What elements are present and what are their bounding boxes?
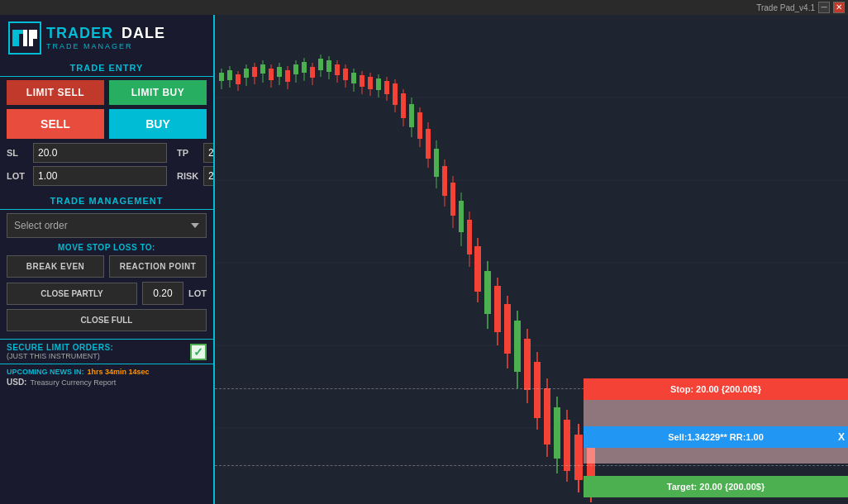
window-controls: ─ ✕ (818, 2, 845, 13)
svg-rect-23 (269, 69, 274, 80)
svg-rect-69 (459, 201, 464, 232)
secure-sub-label: (JUST THIS INSTRUMENT) (7, 352, 187, 360)
svg-rect-35 (318, 59, 323, 70)
upcoming-label: UPCOMING NEWS IN: (7, 368, 84, 376)
svg-rect-29 (293, 64, 298, 74)
lot-risk-row: LOT RISK ▲ ▼ % (7, 166, 207, 186)
svg-rect-11 (219, 73, 224, 81)
risk-input[interactable] (203, 166, 215, 186)
svg-rect-3 (29, 30, 33, 46)
target-level-text: Target: 20.00 {200.00$} (667, 482, 765, 492)
move-stop-label: MOVE STOP LOSS TO: (7, 243, 207, 252)
svg-rect-17 (244, 69, 249, 78)
title-bar: Trade Pad_v4.1 ─ ✕ (0, 0, 848, 15)
news-report-row: USD: Treasury Currency Report (7, 378, 207, 387)
main-content: TRADERTRADERDALEDALE TRADE MANAGER TRADE… (0, 15, 848, 504)
tp-input[interactable] (203, 143, 215, 163)
svg-rect-57 (409, 104, 414, 127)
trade-mgmt-section: Select order MOVE STOP LOSS TO: BREAK EV… (0, 209, 213, 339)
svg-rect-4 (33, 30, 37, 39)
news-currency-label: USD: (7, 378, 26, 387)
brand-name: TRADERTRADERDALEDALE (46, 26, 165, 42)
lot-label: LOT (7, 171, 30, 181)
svg-rect-87 (544, 388, 550, 445)
svg-rect-55 (401, 93, 406, 118)
stop-level-text: Stop: 20.00 {200.00$} (670, 384, 761, 394)
break-even-row: BREAK EVEN REACTION POINT (7, 255, 207, 278)
svg-rect-91 (564, 420, 570, 471)
svg-rect-21 (260, 64, 265, 74)
trade-mgmt-header: TRADE MANAGEMENT (0, 193, 213, 209)
close-full-button[interactable]: CLOSE FULL (7, 309, 207, 331)
svg-rect-53 (393, 83, 398, 105)
svg-rect-43 (351, 73, 356, 83)
svg-rect-2 (23, 30, 27, 46)
logo-area: TRADERTRADERDALEDALE TRADE MANAGER (0, 15, 213, 59)
svg-rect-33 (310, 67, 315, 78)
news-countdown: 1hrs 34min 14sec (88, 368, 150, 376)
sell-level: Sell:1.34229** RR:1.00 X (584, 426, 848, 448)
svg-rect-45 (360, 75, 364, 87)
svg-rect-73 (474, 246, 481, 292)
svg-rect-41 (343, 69, 348, 80)
svg-rect-15 (236, 74, 241, 84)
close-partly-row: CLOSE PARTLY LOT (7, 282, 207, 305)
limit-sell-button[interactable]: LIMIT SELL (7, 80, 104, 105)
sell-level-text: Sell:1.34229** RR:1.00 (668, 432, 764, 442)
svg-rect-51 (384, 81, 389, 94)
target-dashed-line (215, 465, 848, 466)
trade-entry-header: TRADE ENTRY (0, 59, 213, 76)
trade-entry-section: LIMIT SELL LIMIT BUY SELL BUY SL TP LOT … (0, 76, 213, 193)
close-button[interactable]: ✕ (833, 2, 845, 13)
sell-level-close[interactable]: X (838, 431, 845, 443)
minimize-button[interactable]: ─ (818, 2, 830, 13)
secure-orders-checkbox[interactable] (190, 344, 207, 360)
tp-label: TP (177, 148, 200, 158)
svg-rect-31 (302, 62, 307, 73)
svg-rect-71 (467, 220, 472, 254)
svg-rect-77 (494, 286, 501, 332)
lot-sm-label: LOT (188, 288, 207, 298)
break-even-button[interactable]: BREAK EVEN (7, 255, 104, 278)
limit-buttons-row: LIMIT SELL LIMIT BUY (7, 80, 207, 105)
chart-area: Stop: 20.00 {200.00$} Sell:1.34229** RR:… (215, 15, 848, 504)
svg-rect-83 (524, 339, 531, 390)
news-area: UPCOMING NEWS IN: 1hrs 34min 14sec USD: … (0, 364, 213, 392)
sl-tp-row: SL TP (7, 143, 207, 163)
svg-rect-61 (426, 129, 431, 159)
svg-rect-47 (368, 77, 373, 89)
secure-main-label: SECURE LIMIT ORDERS: (7, 343, 187, 352)
close-partly-button[interactable]: CLOSE PARTLY (7, 283, 137, 305)
stop-level: Stop: 20.00 {200.00$} (584, 378, 848, 400)
lot-input[interactable] (33, 166, 167, 186)
svg-rect-27 (285, 70, 290, 82)
logo-text: TRADERTRADERDALEDALE TRADE MANAGER (46, 26, 165, 50)
svg-rect-85 (534, 362, 541, 418)
reaction-point-button[interactable]: REACTION POINT (109, 255, 207, 278)
svg-rect-89 (554, 407, 560, 459)
sell-button[interactable]: SELL (7, 109, 104, 139)
select-order-dropdown[interactable]: Select order (7, 213, 207, 238)
limit-buy-button[interactable]: LIMIT BUY (109, 80, 207, 105)
secure-orders-section: SECURE LIMIT ORDERS: (JUST THIS INSTRUME… (0, 339, 213, 364)
svg-rect-93 (574, 435, 583, 480)
news-upcoming-row: UPCOMING NEWS IN: 1hrs 34min 14sec (7, 368, 207, 376)
sl-input[interactable] (33, 143, 167, 163)
close-lot-input[interactable] (142, 282, 183, 305)
svg-rect-79 (504, 304, 511, 354)
svg-rect-19 (252, 67, 257, 77)
svg-rect-39 (335, 64, 340, 75)
news-report-label: Treasury Currency Report (30, 378, 116, 387)
svg-rect-59 (417, 112, 422, 139)
svg-rect-25 (277, 67, 282, 77)
svg-rect-37 (326, 60, 331, 72)
risk-label: RISK (177, 171, 200, 181)
svg-rect-13 (227, 70, 232, 80)
secure-text: SECURE LIMIT ORDERS: (JUST THIS INSTRUME… (7, 343, 187, 360)
logo-icon (8, 21, 41, 55)
version-label: Trade Pad_v4.1 (756, 3, 815, 12)
sell-buy-row: SELL BUY (7, 109, 207, 139)
risk-field-wrapper: ▲ ▼ % (203, 166, 215, 186)
buy-button[interactable]: BUY (109, 109, 207, 139)
svg-rect-67 (450, 183, 455, 216)
